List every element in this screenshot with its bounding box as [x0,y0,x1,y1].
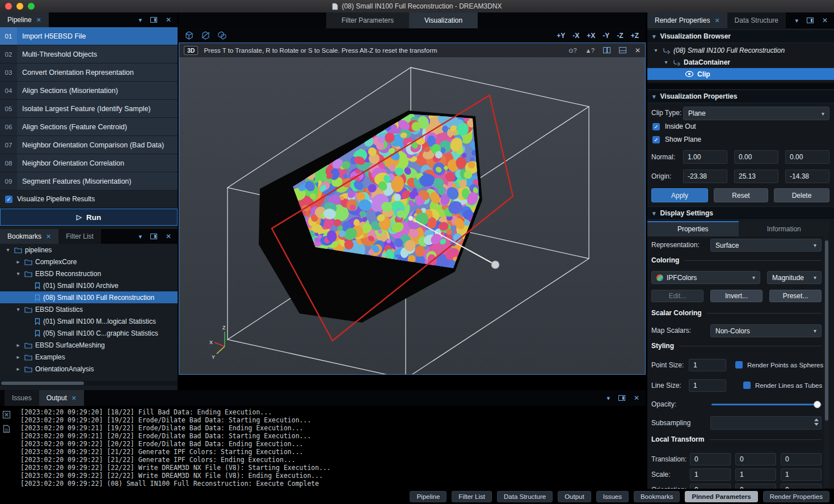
browser-row-pipeline[interactable]: ▾ (08) Small IN100 Full Reconstruction [647,44,834,56]
collapse-section-icon[interactable]: ▾ [652,33,656,40]
tab-output[interactable]: Output ✕ [39,390,84,406]
bookmark-tree-item[interactable]: ▸ Examples [0,351,178,363]
origin-x-input[interactable]: -23.38 [683,170,727,183]
dock-menu-icon[interactable]: ▾ [138,234,142,240]
dock-menu-icon[interactable]: ▾ [138,17,142,23]
pipeline-step[interactable]: 07 Neighbor Orientation Comparison (Bad … [0,136,178,154]
line-size-input[interactable]: 1 [689,379,726,392]
status-bar-button[interactable]: Issues [596,491,629,502]
browser-row-datacontainer[interactable]: ▾ DataContainer [647,56,834,68]
tree-chevron-icon[interactable]: ▾ [5,247,11,253]
center-tab[interactable]: Filter Parameters [326,12,409,28]
scale-z-input[interactable]: 1 [781,468,822,481]
float-panel-icon[interactable] [150,234,157,239]
pipeline-step[interactable]: 06 Align Sections (Feature Centroid) [0,118,178,136]
tree-chevron-icon[interactable]: ▸ [15,354,22,360]
inside-out-checkbox[interactable]: ✓ [652,123,660,130]
visibility-eye-icon[interactable] [685,71,694,77]
float-panel-icon[interactable] [150,17,157,23]
tab-render-properties[interactable]: Render Properties ✕ [647,12,727,28]
close-view-icon[interactable]: ✕ [635,46,641,54]
bookmark-tree-item[interactable]: (01) Small IN100 Archive [0,279,178,291]
reset-button[interactable]: Reset [714,188,768,202]
tree-chevron-icon[interactable]: ▾ [15,306,22,312]
scale-y-input[interactable]: 1 [735,468,776,481]
pipeline-step[interactable]: 05 Isolate Largest Feature (Identify Sam… [0,100,178,118]
status-bar-button[interactable]: Data Structure [497,491,553,502]
pick-help-icon[interactable]: ▲? [586,47,595,54]
point-size-input[interactable]: 1 [689,359,726,371]
tab-display-information[interactable]: Information [739,221,830,236]
tree-chevron-icon[interactable]: ▾ [652,47,659,53]
collapse-section-icon[interactable]: ▾ [652,210,656,217]
clear-output-icon[interactable] [2,410,11,419]
bookmark-tree-item[interactable]: ▾ EBSD Reconstruction [0,268,178,279]
normal-z-input[interactable]: 0.00 [785,150,829,164]
bookmark-tree-item[interactable]: ▸ OrientationAnalysis [0,363,178,375]
visualization-properties-header[interactable]: ▾ Visualization Properties [647,90,834,103]
float-panel-icon[interactable] [807,18,814,23]
translation-x-input[interactable]: 0 [690,453,731,465]
tab-filter-list[interactable]: Filter List [58,229,101,244]
scrollbar-thumb[interactable] [1,382,84,385]
view-orientation-button[interactable]: -X [572,32,579,40]
tab-data-structure[interactable]: Data Structure [727,12,786,28]
clip-type-dropdown[interactable]: Plane ▾ [683,107,829,120]
edit-colors-button[interactable]: Edit... [651,290,704,302]
bookmark-tree-item[interactable]: ▸ ComplexCore [0,256,178,268]
clip-geometry-icon[interactable] [200,30,211,41]
close-panel-icon[interactable]: ✕ [166,16,171,23]
view-orientation-button[interactable]: +Y [557,32,565,40]
scale-x-input[interactable]: 1 [690,468,731,481]
translation-y-input[interactable]: 0 [735,453,776,465]
normal-y-input[interactable]: 0.00 [734,150,778,164]
origin-y-input[interactable]: 25.13 [734,170,778,183]
zoom-window-button[interactable] [28,3,35,10]
pipeline-step[interactable]: 08 Neighbor Orientation Correlation [0,154,178,172]
invert-colors-button[interactable]: Invert... [710,290,763,302]
pipeline-step[interactable]: 04 Align Sections (Misorientation) [0,82,178,100]
create-view-geometry-icon[interactable] [184,30,195,41]
bookmark-tree-item[interactable]: (08) Small IN100 Full Reconstruction [0,291,178,303]
render-points-checkbox[interactable] [735,361,743,369]
console-log[interactable]: [2023:02:20 09:29:20] [18/22] Fill Bad D… [20,408,641,488]
component-dropdown[interactable]: Magnitude ▾ [767,271,822,284]
close-panel-icon[interactable]: ✕ [634,395,639,401]
tab-bookmarks[interactable]: Bookmarks ✕ [0,229,58,244]
close-tab-icon[interactable]: ✕ [36,16,41,24]
split-view-horizontal-icon[interactable] [619,47,626,53]
opacity-slider[interactable] [711,404,822,405]
run-pipeline-button[interactable]: ▷ Run [0,209,178,226]
bookmark-tree-item[interactable]: ▸ EBSD SurfaceMeshing [0,339,178,351]
split-view-vertical-icon[interactable] [603,47,610,53]
close-tab-icon[interactable]: ✕ [714,17,719,24]
translation-z-input[interactable]: 0 [781,453,822,465]
view-orientation-button[interactable]: +Z [631,32,639,40]
close-tab-icon[interactable]: ✕ [71,395,77,402]
center-tab[interactable]: Visualization [409,12,478,28]
normal-x-input[interactable]: 1.00 [683,150,727,164]
scrollbar-thumb[interactable] [825,240,828,421]
status-bar-button[interactable]: Pipeline [410,491,447,502]
status-bar-button[interactable]: Output [558,491,591,502]
coloring-array-dropdown[interactable]: IPFColors ▾ [651,271,760,284]
show-plane-checkbox[interactable]: ✓ [652,136,660,143]
map-scalars-dropdown[interactable]: Non-Colors ▾ [710,324,822,337]
spin-up-icon[interactable] [814,418,819,421]
pipeline-step[interactable]: 03 Convert Orientation Representation [0,63,178,82]
subsampling-spinbox[interactable] [710,416,822,430]
tree-chevron-icon[interactable]: ▸ [15,366,22,372]
view-dimension-badge[interactable]: 3D [184,46,198,55]
pipeline-step[interactable]: 09 Segment Features (Misorientation) [0,172,178,190]
visualization-browser-header[interactable]: ▾ Visualization Browser [647,29,834,43]
tab-display-properties[interactable]: Properties [647,221,739,236]
tab-issues[interactable]: Issues [5,390,39,406]
tree-chevron-icon[interactable]: ▸ [15,259,22,265]
display-settings-header[interactable]: ▾ Display Settings [647,206,834,220]
bookmark-tree-item[interactable]: (01) Small IN100 M...logical Statistics [0,315,178,327]
view-orientation-button[interactable]: -Z [617,32,623,40]
close-window-button[interactable] [5,3,12,10]
spin-down-icon[interactable] [814,423,819,426]
apply-button[interactable]: Apply [651,188,708,202]
opacity-slider-handle[interactable] [814,401,821,408]
